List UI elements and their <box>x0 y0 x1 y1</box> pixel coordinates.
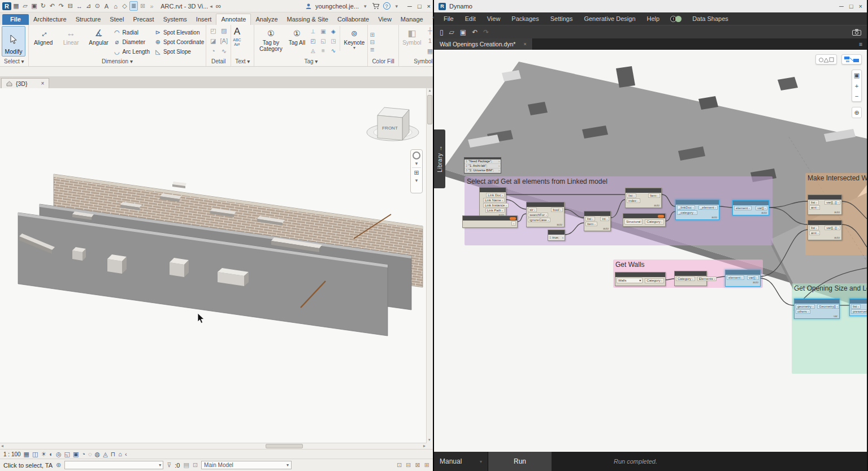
input-port[interactable]: _linkDoc › <box>677 205 695 210</box>
spot-coordinate[interactable]: ⊕Spot Coordinate <box>154 37 204 47</box>
radial[interactable]: ◠Radial <box>114 28 150 37</box>
node-header[interactable] <box>808 195 841 200</box>
undo-icon[interactable]: ↶ <box>472 28 478 36</box>
output-port[interactable]: Link Instance › <box>483 203 509 208</box>
horizontal-scrollbar-thumb[interactable] <box>266 444 303 448</box>
output-port[interactable]: int › <box>600 217 609 221</box>
save-icon[interactable]: ▣ <box>30 2 38 10</box>
graph-node-1[interactable]: Link Doc ›Link Name ›Link Instance ›Link… <box>479 187 506 218</box>
view-reference-icon[interactable]: ◳ <box>328 38 338 47</box>
aligned[interactable]: ↔Aligned <box>31 26 57 46</box>
worksharing-icon[interactable]: ⌂ <box>118 451 122 457</box>
close-hidden-icon[interactable]: ⊠ <box>138 2 147 10</box>
save-file-icon[interactable]: ▣ <box>460 28 466 36</box>
region-icon[interactable]: ▨ <box>219 27 229 37</box>
graph-view-button[interactable] <box>841 54 862 64</box>
run-button[interactable]: Run <box>488 452 552 471</box>
steering-wheel-icon[interactable] <box>413 152 420 159</box>
reveal-hidden-icon[interactable]: ◌ <box>88 451 92 457</box>
packages[interactable]: Packages <box>506 14 544 23</box>
generative-design[interactable]: Generative Design <box>579 14 640 23</box>
constraints-icon[interactable]: ⊓ <box>111 451 116 458</box>
temporary-view-icon[interactable]: ◍ <box>95 451 101 458</box>
arc-length[interactable]: ◡Arc Length <box>114 47 150 57</box>
file-tabs-icon[interactable]: ▦ <box>12 2 20 10</box>
zoom-out-button[interactable]: − <box>855 91 858 101</box>
angular[interactable]: ∡Angular <box>86 26 112 46</box>
input-port[interactable]: _category › <box>677 210 697 215</box>
diameter[interactable]: ⌀Diameter <box>114 37 150 47</box>
code-note-node[interactable]: 1"Need Package";› 2"1. Archi-lab";› 3"2.… <box>464 157 501 174</box>
input-port[interactable]: geometry › <box>796 304 815 309</box>
output-port[interactable]: Link Doc › <box>486 193 505 197</box>
input-port[interactable]: element › <box>734 206 752 210</box>
maximize-button[interactable]: □ <box>849 3 853 10</box>
graph-node-8[interactable]: element ›var[] ›auto <box>732 200 769 215</box>
analytical-model-icon[interactable]: ◬ <box>103 451 107 458</box>
collapse-icon[interactable]: ‹ <box>125 451 127 457</box>
navbar-caret2-icon[interactable]: ▾ <box>415 178 418 183</box>
close-button[interactable]: × <box>859 3 862 10</box>
maximize-button[interactable]: □ <box>418 3 422 10</box>
input-port[interactable]: amt › <box>809 231 820 235</box>
detail-level-icon[interactable]: ▦ <box>24 451 29 458</box>
graph-node-12[interactable]: element ›var[] ›auto <box>725 270 761 287</box>
open-file-icon[interactable]: ▱ <box>449 28 454 36</box>
new-file-icon[interactable]: ▯ <box>440 28 444 36</box>
graph-node-4[interactable]: list ›int ›item ›auto <box>584 211 611 231</box>
vertical-scrollbar-thumb[interactable] <box>427 95 432 124</box>
horizontal-scrollbar[interactable]: ◂ ▸ <box>0 443 427 449</box>
design-option-select[interactable]: ▾ <box>64 461 163 469</box>
sync-icon[interactable]: ↻ <box>39 2 47 10</box>
input-port[interactable]: others › <box>796 309 810 314</box>
settings[interactable]: Settings <box>545 14 578 23</box>
output-port[interactable]: Item › <box>648 193 660 198</box>
node-dropdown[interactable]: Walls▾ <box>617 278 643 283</box>
file[interactable]: File <box>439 14 459 23</box>
select-links-icon[interactable]: ⊡ <box>397 461 402 469</box>
output-port[interactable]: var[]..[] › <box>824 226 840 230</box>
input-port[interactable]: list › <box>627 193 636 198</box>
material-tag-icon[interactable]: ▣ <box>318 28 328 37</box>
modify-button[interactable]: Modify <box>2 26 25 57</box>
output-port[interactable]: Category › <box>645 278 664 283</box>
graph-node-6[interactable]: Structural Framing▾Category › <box>623 213 666 227</box>
revit-3d-canvas[interactable]: FRONT ▾ ⊞ ▾ ▴ ▾ ◂ ▸ <box>0 88 433 449</box>
vertical-scrollbar[interactable]: ▴ ▾ <box>426 88 433 449</box>
output-port[interactable]: Link Name › <box>483 198 505 202</box>
graph-node-11[interactable]: Category ›Elements › <box>674 271 707 286</box>
shadows-icon[interactable]: ◐ <box>49 451 53 457</box>
minimize-button[interactable]: ─ <box>839 3 844 10</box>
redo-icon[interactable]: ↷ <box>483 28 489 36</box>
input-port[interactable]: ignoreCase › <box>528 218 550 222</box>
view[interactable]: View <box>374 14 396 25</box>
workspace-tab[interactable]: Wall Openings Creation.dyn* × <box>434 38 533 50</box>
output-port[interactable]: bool › <box>551 208 563 212</box>
help-caret-icon[interactable]: ▾ <box>396 3 398 9</box>
input-port[interactable]: Category › <box>676 276 695 281</box>
undo-icon[interactable]: ↶ <box>48 2 57 10</box>
select-by-face-icon[interactable]: ⊞ <box>424 461 429 469</box>
geometry-view-button[interactable] <box>815 54 837 64</box>
pan-button[interactable]: ⊕ <box>852 107 862 118</box>
help[interactable]: Help <box>642 14 665 23</box>
select-panel-label[interactable]: Select ▾ <box>2 58 27 66</box>
analyze[interactable]: Analyze <box>251 14 282 25</box>
input-port[interactable]: list › <box>809 226 819 230</box>
graph-node-14[interactable]: list ›var[]..[] ›amt ›auto <box>808 220 842 240</box>
notifications-icon[interactable]: ! <box>670 16 682 22</box>
help-icon[interactable]: ? <box>383 2 390 10</box>
linear[interactable]: ↔Linear <box>58 26 84 46</box>
main-model-select[interactable]: Main Model ▾ <box>201 461 292 469</box>
pipe-legend-icon[interactable]: ⊟ <box>370 39 374 45</box>
color-fill-legend-icon[interactable]: ≣ <box>370 46 374 53</box>
node-header[interactable] <box>615 273 665 277</box>
dynamo-graph-canvas[interactable]: Select and Get all elements from Linked … <box>434 50 867 452</box>
node-header[interactable] <box>733 201 769 205</box>
qat-overflow-icon[interactable]: » <box>147 2 156 10</box>
node-header[interactable] <box>463 216 517 221</box>
node-header[interactable] <box>675 271 706 276</box>
select-underlay-icon[interactable]: ⊟ <box>406 461 411 469</box>
select-pinned-icon[interactable]: ⊠ <box>415 461 420 469</box>
temporary-hide-icon[interactable]: ◔ <box>81 451 85 457</box>
